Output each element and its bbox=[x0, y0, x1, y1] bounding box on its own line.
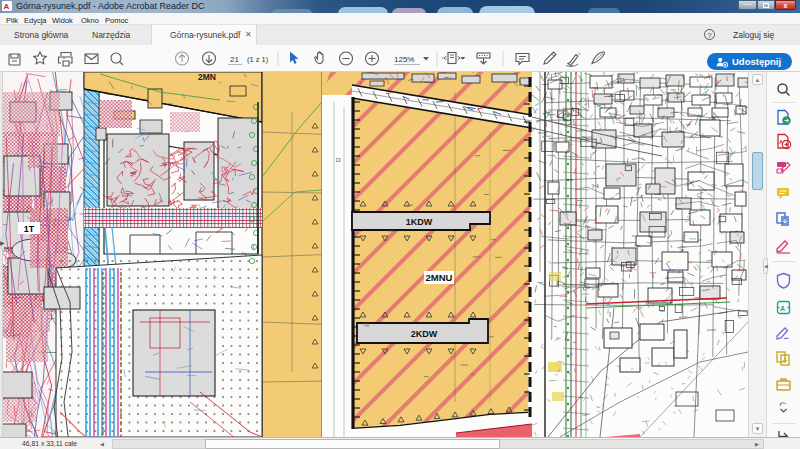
svg-text:1KDW: 1KDW bbox=[406, 217, 433, 227]
svg-text:21: 21 bbox=[230, 55, 239, 64]
svg-text:A: A bbox=[780, 305, 785, 312]
svg-text:2KDW: 2KDW bbox=[411, 329, 438, 339]
svg-text:13: 13 bbox=[335, 158, 341, 163]
svg-text:2MN: 2MN bbox=[198, 72, 216, 82]
svg-text:2MNU: 2MNU bbox=[426, 272, 453, 283]
svg-text:1T: 1T bbox=[24, 224, 35, 234]
svg-text:125%: 125% bbox=[394, 55, 414, 64]
svg-text:(1 z 1): (1 z 1) bbox=[247, 55, 269, 64]
